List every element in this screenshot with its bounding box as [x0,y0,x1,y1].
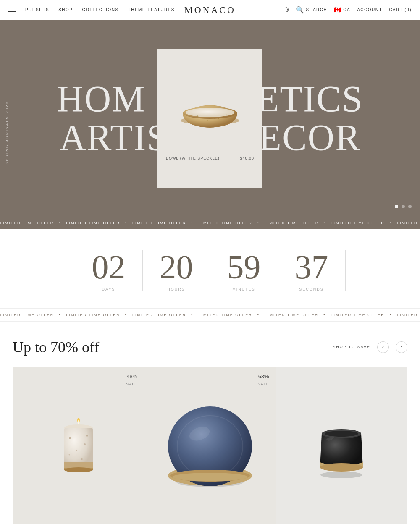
nav-link-collections[interactable]: COLLECTIONS [82,8,119,12]
svg-point-2 [186,108,234,117]
ticker-item: LIMITED TIME OFFER [331,221,385,225]
dot-3[interactable] [408,205,412,208]
countdown-days-value: 02 [92,250,126,284]
theme-toggle-button[interactable]: ☽ [283,6,289,14]
product-card-plate[interactable]: 63% SALE [144,367,276,524]
countdown-section: 02 DAYS 20 HOURS 59 MINUTES 37 SECONDS [0,229,420,308]
ticker-item: LIMITED TIME OFFER [132,221,186,225]
countdown-seconds: 37 SECONDS [278,250,346,291]
nav-link-presets[interactable]: PRESETS [25,8,49,12]
countdown-minutes-value: 59 [227,250,261,284]
navbar: PRESETS SHOP COLLECTIONS THEME FEATURES … [0,0,420,20]
sale-section: Up to 70% off SHOP TO SAVE ‹ › 48% SALE [0,322,420,524]
candle-image-area [13,367,144,524]
brand-logo[interactable]: MONACO [184,5,236,15]
nav-left: PRESETS SHOP COLLECTIONS THEME FEATURES [8,8,175,12]
hero-product-info: BOWL (WHITE SPECKLE) $40.00 [166,152,254,160]
svg-point-5 [207,120,208,121]
ticker-item: LIMITED TIME OFFER [331,313,385,317]
search-button[interactable]: 🔍 SEARCH [296,6,328,14]
dot-2[interactable] [402,205,405,208]
sale-label-plate: SALE [258,382,269,386]
svg-point-16 [68,454,70,456]
moon-icon: ☽ [283,6,289,14]
countdown-container: 02 DAYS 20 HOURS 59 MINUTES 37 SECONDS [75,250,346,291]
ticker-item: LIMITED TIME OFFER [0,221,54,225]
cup-image-area [276,367,407,524]
countdown-days: 02 DAYS [75,250,143,291]
nav-right: ☽ 🔍 SEARCH 🇨🇦 CA ACCOUNT CART (0) [283,6,412,14]
svg-point-12 [69,437,71,439]
nav-link-theme-features[interactable]: THEME FEATURES [128,8,175,12]
account-button[interactable]: ACCOUNT [357,8,382,12]
countdown-seconds-label: SECONDS [299,287,324,291]
svg-point-14 [76,450,77,451]
hero-section: HOM ETICS ARTIS ECOR [0,20,420,217]
sale-navigation: SHOP TO SAVE ‹ › [333,341,407,353]
svg-point-15 [86,435,88,437]
svg-point-4 [218,118,219,119]
countdown-days-label: DAYS [102,287,116,291]
locale-button[interactable]: 🇨🇦 CA [334,6,350,13]
locale-label: CA [343,8,350,12]
candle-visual [58,413,100,480]
svg-point-27 [172,473,248,481]
sale-badge-plate: 63% SALE [258,373,269,387]
ticker-item: LIMITED TIME OFFER [265,221,318,225]
hero-product-name: BOWL (WHITE SPECKLE) [166,156,220,160]
svg-point-3 [197,115,198,117]
hero-product-card[interactable]: BOWL (WHITE SPECKLE) $40.00 [158,49,262,188]
countdown-hours: 20 HOURS [143,250,210,291]
countdown-hours-label: HOURS [167,287,185,291]
plate-image-area [144,367,276,524]
ticker-item: LIMITED TIME OFFER [397,221,420,225]
cup-visual [310,413,373,480]
product-card-candle[interactable]: 48% SALE [13,367,144,524]
sale-percentage-candle: 48% [126,373,137,380]
product-grid: 48% SALE [13,367,407,524]
ticker-inner-bottom: LIMITED TIME OFFER • LIMITED TIME OFFER … [0,313,420,317]
hero-product-image [172,76,248,144]
countdown-minutes: 59 MINUTES [210,250,278,291]
sale-header: Up to 70% off SHOP TO SAVE ‹ › [13,338,407,356]
ticker-top: LIMITED TIME OFFER • LIMITED TIME OFFER … [0,217,420,229]
next-arrow-button[interactable]: › [396,341,407,353]
ticker-inner-top: LIMITED TIME OFFER • LIMITED TIME OFFER … [0,221,420,225]
prev-arrow-button[interactable]: ‹ [377,341,389,353]
plate-visual [164,400,256,493]
ticker-item: LIMITED TIME OFFER [265,313,318,317]
svg-point-20 [64,467,93,472]
dot-1[interactable] [395,205,398,208]
cart-label: CART (0) [389,8,412,12]
nav-center: MONACO [184,5,236,16]
svg-point-13 [84,443,86,445]
cart-button[interactable]: CART (0) [389,8,412,12]
countdown-hours-value: 20 [160,250,193,284]
sale-percentage-plate: 63% [258,373,269,380]
hero-dots [395,205,412,208]
svg-point-31 [325,431,358,437]
shop-to-save-link[interactable]: SHOP TO SAVE [333,345,370,350]
account-label: ACCOUNT [357,8,382,12]
ticker-item: LIMITED TIME OFFER [199,221,252,225]
sale-badge-candle: 48% SALE [126,373,137,387]
ticker-item: LIMITED TIME OFFER [199,313,252,317]
ticker-item: LIMITED TIME OFFER [397,313,420,317]
hamburger-menu[interactable] [8,8,16,12]
ticker-item: LIMITED TIME OFFER [0,313,54,317]
ticker-item: LIMITED TIME OFFER [132,313,186,317]
flag-icon: 🇨🇦 [334,6,341,13]
nav-link-shop[interactable]: SHOP [58,8,73,12]
ticker-item: LIMITED TIME OFFER [66,221,120,225]
search-label: SEARCH [306,8,328,12]
svg-point-6 [226,115,228,116]
sale-title: Up to 70% off [13,338,99,356]
countdown-seconds-value: 37 [295,250,328,284]
sale-label-candle: SALE [126,382,137,386]
search-icon: 🔍 [296,6,304,14]
product-card-cup[interactable] [276,367,407,524]
hero-product-price: $40.00 [240,156,254,160]
svg-point-32 [320,463,363,472]
svg-point-17 [81,458,83,460]
svg-point-8 [78,420,79,424]
